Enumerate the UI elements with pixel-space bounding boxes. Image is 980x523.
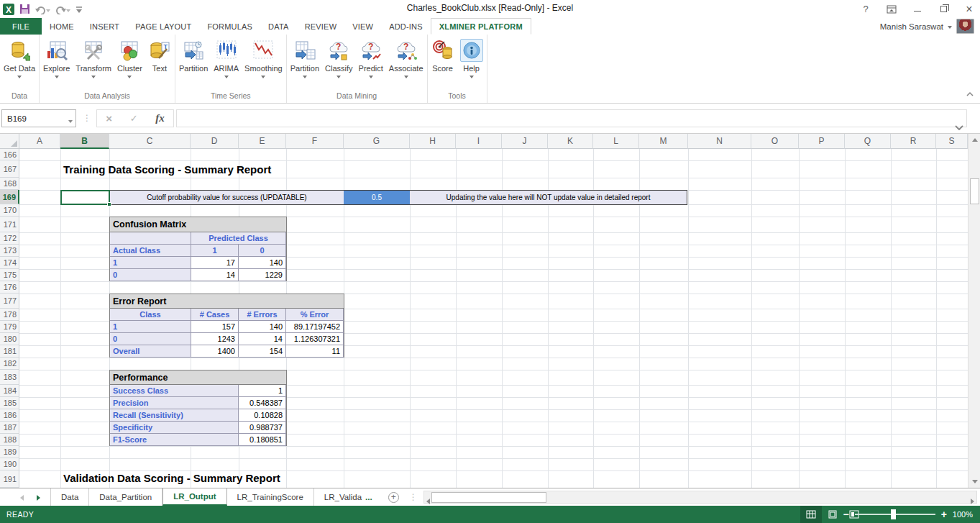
- cm-cell[interactable]: 14: [191, 269, 239, 281]
- column-header-R[interactable]: R: [891, 134, 936, 149]
- explore-button[interactable]: Explore: [40, 37, 73, 80]
- vertical-scrollbar[interactable]: [968, 134, 980, 488]
- zoom-out-icon[interactable]: −: [843, 511, 848, 518]
- cluster-button[interactable]: Cluster: [114, 37, 145, 80]
- row-header-191[interactable]: 191: [0, 470, 19, 488]
- pf-label[interactable]: Success Class: [110, 385, 239, 397]
- smoothing-button[interactable]: Smoothing: [242, 37, 285, 80]
- column-header-B[interactable]: B: [60, 134, 109, 149]
- confusion-matrix-title[interactable]: Confusion Matrix: [109, 217, 287, 232]
- pf-value[interactable]: 0.10828: [239, 409, 286, 422]
- row-header-182[interactable]: 182: [0, 358, 19, 370]
- column-header-H[interactable]: H: [410, 134, 456, 149]
- column-header-S[interactable]: S: [936, 134, 968, 149]
- row-header-168[interactable]: 168: [0, 178, 19, 190]
- redo-icon[interactable]: [55, 4, 70, 14]
- tab-file[interactable]: FILE: [0, 18, 42, 35]
- zoom-in-icon[interactable]: +: [941, 511, 947, 518]
- column-header-J[interactable]: J: [502, 134, 548, 149]
- customize-quick-access-icon[interactable]: [75, 4, 83, 14]
- cm-blank-cell[interactable]: [110, 232, 191, 245]
- row-header-180[interactable]: 180: [0, 333, 19, 345]
- row-header-173[interactable]: 173: [0, 245, 19, 257]
- restore-icon[interactable]: [934, 1, 953, 17]
- tab-review[interactable]: REVIEW: [297, 18, 345, 35]
- predict-button[interactable]: ? Predict: [356, 37, 386, 80]
- pf-value[interactable]: 1: [239, 385, 286, 397]
- cm-cell[interactable]: 1229: [239, 269, 286, 281]
- er-cell[interactable]: 89.17197452: [286, 321, 344, 333]
- column-header-D[interactable]: D: [191, 134, 239, 149]
- row-header-177[interactable]: 177: [0, 294, 19, 309]
- column-header-M[interactable]: M: [639, 134, 688, 149]
- column-header-F[interactable]: F: [286, 134, 344, 149]
- performance-title[interactable]: Performance: [109, 370, 287, 385]
- zoom-slider[interactable]: [855, 514, 935, 515]
- name-box[interactable]: B169: [1, 109, 76, 127]
- row-header-184[interactable]: 184: [0, 385, 19, 397]
- er-cell[interactable]: 1400: [191, 345, 239, 358]
- pf-value[interactable]: 0.988737: [239, 422, 286, 434]
- row-header-167[interactable]: 167: [0, 160, 19, 178]
- save-icon[interactable]: [19, 4, 30, 14]
- minimize-icon[interactable]: [908, 1, 927, 17]
- pf-label[interactable]: F1-Score: [110, 434, 239, 446]
- pf-value[interactable]: 0.180851: [239, 434, 286, 446]
- score-button[interactable]: Score: [429, 37, 457, 74]
- row-header-169[interactable]: 169: [0, 190, 19, 204]
- column-header-G[interactable]: G: [344, 134, 410, 149]
- er-row-label[interactable]: 1: [110, 321, 191, 333]
- row-header-166[interactable]: 166: [0, 149, 19, 160]
- tab-formulas[interactable]: FORMULAS: [199, 18, 260, 35]
- row-header-176[interactable]: 176: [0, 281, 19, 294]
- cutoff-note-cell[interactable]: Updating the value here will NOT update …: [410, 190, 687, 205]
- error-report-title[interactable]: Error Report: [109, 294, 344, 309]
- collapse-ribbon-icon[interactable]: [966, 87, 974, 100]
- er-row-label[interactable]: Overall: [110, 345, 191, 358]
- cm-row-label[interactable]: 0: [110, 269, 191, 281]
- associate-button[interactable]: ? Associate: [386, 37, 426, 80]
- tab-page-layout[interactable]: PAGE LAYOUT: [127, 18, 199, 35]
- row-header-189[interactable]: 189: [0, 446, 19, 458]
- vertical-scroll-thumb[interactable]: [970, 178, 979, 204]
- arima-button[interactable]: ARIMA: [211, 37, 242, 80]
- cm-actual-class-header[interactable]: Actual Class: [110, 245, 191, 257]
- er-cell[interactable]: 11: [286, 345, 344, 358]
- tab-data[interactable]: DATA: [260, 18, 297, 35]
- pf-label[interactable]: Precision: [110, 397, 239, 409]
- row-header-187[interactable]: 187: [0, 422, 19, 434]
- zoom-slider-thumb[interactable]: [891, 509, 896, 519]
- sheet-tab-lr-trainingscore[interactable]: LR_TrainingScore: [227, 488, 314, 506]
- row-header-186[interactable]: 186: [0, 409, 19, 422]
- help-button[interactable]: Help: [457, 37, 486, 80]
- pf-value[interactable]: 0.548387: [239, 397, 286, 409]
- row-header-172[interactable]: 172: [0, 232, 19, 245]
- sheet-tab-lr-validation[interactable]: LR_Valida ...: [314, 488, 383, 506]
- er-row-label[interactable]: 0: [110, 333, 191, 345]
- sheet-tab-data[interactable]: Data: [50, 488, 89, 506]
- row-header-188[interactable]: 188: [0, 434, 19, 446]
- row-header-170[interactable]: 170: [0, 204, 19, 217]
- er-header[interactable]: # Cases: [191, 309, 239, 321]
- row-header-183[interactable]: 183: [0, 370, 19, 385]
- tab-home[interactable]: HOME: [42, 18, 82, 35]
- row-header-190[interactable]: 190: [0, 458, 19, 470]
- next-sheet-icon[interactable]: [37, 491, 40, 504]
- formula-input[interactable]: [176, 109, 967, 127]
- help-window-icon[interactable]: ?: [856, 1, 875, 17]
- zoom-level[interactable]: 100%: [953, 510, 973, 519]
- er-cell[interactable]: 1243: [191, 333, 239, 345]
- scroll-down-icon[interactable]: [968, 476, 980, 488]
- row-header-174[interactable]: 174: [0, 257, 19, 269]
- column-header-P[interactable]: P: [799, 134, 845, 149]
- column-header-I[interactable]: I: [456, 134, 502, 149]
- row-header-181[interactable]: 181: [0, 345, 19, 358]
- er-cell[interactable]: 14: [239, 333, 286, 345]
- er-cell[interactable]: 157: [191, 321, 239, 333]
- normal-view-icon[interactable]: [800, 506, 822, 523]
- cancel-entry-icon[interactable]: ×: [106, 112, 112, 124]
- cutoff-value-cell[interactable]: 0.5: [344, 190, 411, 205]
- row-header-171[interactable]: 171: [0, 217, 19, 232]
- cm-predicted-class-header[interactable]: Predicted Class: [191, 232, 286, 245]
- insert-function-icon[interactable]: fx: [155, 112, 165, 124]
